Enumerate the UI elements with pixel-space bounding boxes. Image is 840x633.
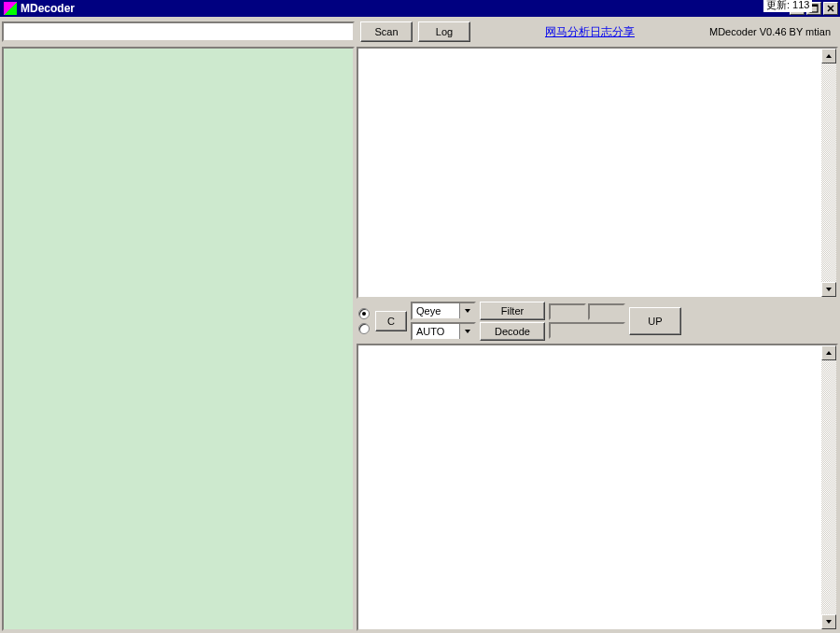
update-label: 更新: 113 <box>763 0 812 12</box>
title-bar: MDecoder <box>0 0 840 17</box>
scrollbar-top[interactable] <box>821 49 836 297</box>
engine-select[interactable]: Qeye <box>411 302 476 320</box>
app-icon <box>4 2 17 15</box>
radio-option-2[interactable] <box>358 323 370 334</box>
scroll-track[interactable] <box>821 63 836 282</box>
c-button[interactable]: C <box>375 311 407 331</box>
scroll-track[interactable] <box>821 360 836 614</box>
radio-option-1[interactable] <box>358 308 370 319</box>
mode-select-value: AUTO <box>416 326 444 337</box>
close-button[interactable] <box>823 2 838 15</box>
top-toolbar: Scan Log 网马分析日志分享 MDecoder V0.46 BY mtia… <box>357 19 838 45</box>
output-pane-bottom[interactable] <box>357 344 838 631</box>
scan-button[interactable]: Scan <box>360 21 413 42</box>
log-button[interactable]: Log <box>418 21 470 42</box>
version-label: MDecoder V0.46 BY mtian <box>709 26 831 37</box>
status-box-2 <box>588 303 625 320</box>
chevron-down-icon[interactable] <box>459 303 474 318</box>
left-list-panel[interactable] <box>2 47 355 631</box>
up-button[interactable]: UP <box>629 307 681 335</box>
chevron-down-icon[interactable] <box>459 324 474 339</box>
window-title: MDecoder <box>21 2 75 15</box>
scroll-up-icon[interactable] <box>821 345 836 360</box>
url-input[interactable] <box>2 21 355 42</box>
scroll-down-icon[interactable] <box>821 614 836 629</box>
share-link[interactable]: 网马分析日志分享 <box>545 25 635 38</box>
status-box-1 <box>549 303 586 320</box>
status-box-3 <box>549 322 625 339</box>
control-strip: C Qeye AUTO Filter Decode <box>357 301 838 342</box>
decode-button[interactable]: Decode <box>480 322 545 341</box>
engine-select-value: Qeye <box>416 305 441 316</box>
scrollbar-bottom[interactable] <box>821 345 836 629</box>
scroll-up-icon[interactable] <box>821 49 836 63</box>
filter-button[interactable]: Filter <box>480 302 545 320</box>
output-pane-top[interactable] <box>357 47 838 299</box>
scroll-down-icon[interactable] <box>821 282 836 297</box>
mode-select[interactable]: AUTO <box>411 322 476 341</box>
right-area: C Qeye AUTO Filter Decode <box>357 47 838 631</box>
